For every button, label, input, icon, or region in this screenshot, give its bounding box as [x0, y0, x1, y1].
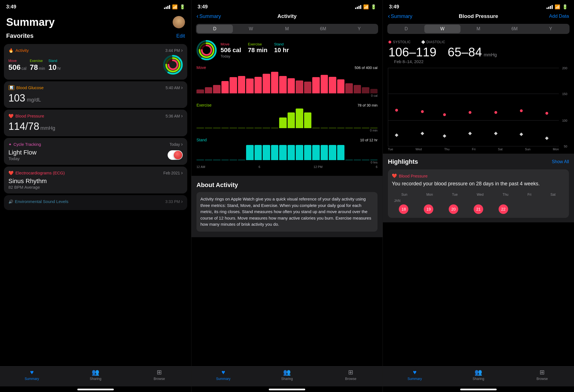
exercise-chart-header: Exercise 78 of 30 min	[196, 103, 378, 107]
highlight-bp-icon: ❤️	[392, 173, 397, 178]
env-sound-card[interactable]: 🔊 Environmental Sound Levels 3:33 PM	[4, 195, 187, 210]
activity-ring-svg	[163, 55, 183, 75]
bp-diastolic-diamond-7	[545, 137, 549, 140]
bp-period-6m[interactable]: 6M	[496, 25, 533, 33]
tab-browse[interactable]: ⊞ Browse	[128, 369, 191, 381]
activity-page-title: Activity	[277, 13, 297, 19]
bp-scroll[interactable]: SYSTOLIC DIASTOLIC 106–119 65–84 mmHg Fe…	[383, 37, 574, 366]
bp-sharing-label: Sharing	[473, 377, 484, 381]
activity-back-button[interactable]: Summary	[196, 13, 221, 19]
grid-line-100: 100	[388, 120, 559, 121]
bp-systolic-dot-5	[494, 111, 497, 114]
bp-diastolic-diamond-3	[443, 134, 446, 138]
bp-tab-summary[interactable]: ♥ Summary	[383, 369, 446, 381]
activity-card[interactable]: 🔥 Activity 3:44 PM Move 506 cal	[4, 44, 187, 80]
period-tab-w[interactable]: W	[233, 25, 269, 33]
bp-period-tabs: D W M 6M Y	[387, 24, 570, 34]
cycle-tracking-card[interactable]: ✦ Cycle Tracking Today Light Flow Today	[4, 138, 187, 165]
period-tab-d[interactable]: D	[197, 25, 233, 33]
bp-period-m[interactable]: M	[460, 25, 497, 33]
move-stat: Move 506 cal Today	[221, 42, 241, 58]
period-tab-m[interactable]: M	[269, 25, 305, 33]
bp-period-d[interactable]: D	[388, 25, 424, 33]
status-time-2: 3:49	[198, 4, 208, 10]
blood-glucose-header: 📊 Blood Glucose 5:40 AM	[8, 85, 183, 91]
about-activity-section: About Activity Activity rings on Apple W…	[191, 176, 383, 237]
mini-cal-days-header: Sun Mon Tue Wed Thu Fri Sat	[392, 193, 565, 197]
cycle-tracking-icon: ✦	[8, 142, 12, 147]
blood-pressure-panel: 3:49 📶 🔋 Summary Blood Pressure Add Data…	[383, 0, 574, 392]
tab-bar: ♥ Summary 👥 Sharing ⊞ Browse	[0, 366, 191, 386]
bp-period-w[interactable]: W	[424, 25, 460, 33]
blood-glucose-card[interactable]: 📊 Blood Glucose 5:40 AM 103 mg/dL	[4, 81, 187, 108]
summary-tab-icon: ♥	[30, 369, 34, 376]
tab-summary[interactable]: ♥ Summary	[0, 369, 64, 381]
cal-day-empty-1: -	[524, 204, 533, 214]
edit-button[interactable]: Edit	[176, 33, 185, 39]
activity-chevron-icon	[181, 47, 183, 53]
bp-diastolic-diamond-2	[420, 132, 424, 135]
blood-glucose-icon: 📊	[8, 85, 15, 90]
bp-back-button[interactable]: Summary	[388, 13, 412, 19]
cycle-tracking-toggle[interactable]	[168, 150, 183, 160]
status-icons-3: 📶 🔋	[547, 4, 568, 10]
bp-tab-browse[interactable]: ⊞ Browse	[510, 369, 574, 381]
tab-sharing[interactable]: 👥 Sharing	[64, 369, 127, 381]
diastolic-label: DIASTOLIC	[422, 40, 445, 44]
cal-day-22: 22	[499, 204, 508, 214]
activity-panel: 3:49 📶 🔋 Summary Activity D W M 6M Y	[191, 0, 383, 392]
bp-sharing-icon: 👥	[475, 369, 482, 376]
blood-pressure-card[interactable]: ❤️ Blood Pressure 5:36 AM 114/78 mmHg	[4, 110, 187, 136]
add-data-button[interactable]: Add Data	[549, 13, 569, 19]
period-tab-6m[interactable]: 6M	[305, 25, 341, 33]
status-bar: 3:49 📶 🔋	[0, 0, 191, 11]
blood-glucose-time: 5:40 AM	[166, 85, 183, 91]
cal-day-19: 19	[424, 204, 433, 214]
ecg-icon: ❤️	[8, 170, 14, 176]
activity-tab-summary[interactable]: ♥ Summary	[191, 369, 255, 381]
activity-scroll[interactable]: Move 506 cal Today Exercise 78 min Stand…	[191, 37, 383, 366]
activity-tab-bar: ♥ Summary 👥 Sharing ⊞ Browse	[191, 366, 383, 386]
highlight-card: ❤️ Blood Pressure You recorded your bloo…	[388, 169, 569, 218]
bp-systolic-dot-7	[545, 112, 548, 115]
env-sound-header: 🔊 Environmental Sound Levels 3:33 PM	[8, 199, 183, 204]
ecg-value: Sinus Rhythm 82 BPM Average	[8, 177, 183, 190]
ecg-time: Feb 2021	[163, 170, 183, 176]
ecg-card[interactable]: ❤️ Electrocardiograms (ECG) Feb 2021 Sin…	[4, 167, 187, 193]
bp-x-axis: Tue Wed Thu Fri Sat Sun Mon	[388, 146, 559, 151]
cal-day-18: 18	[399, 204, 408, 214]
ecg-header: ❤️ Electrocardiograms (ECG) Feb 2021	[8, 170, 183, 176]
activity-icon: 🔥	[8, 48, 14, 53]
bp-date-range: Feb 8–14, 2022	[388, 59, 568, 67]
stand-chart-area: Stand 10 of 12 hr	[191, 135, 383, 174]
cal-day-empty-2: -	[548, 204, 558, 214]
bp-tab-sharing[interactable]: 👥 Sharing	[446, 369, 510, 381]
bp-diastolic-diamond-4	[468, 132, 472, 135]
period-tab-y[interactable]: Y	[341, 25, 377, 33]
activity-nav-bar: Summary Activity	[191, 11, 383, 22]
cards-scroll[interactable]: 🔥 Activity 3:44 PM Move 506 cal	[0, 42, 191, 366]
activity-metrics: Move 506 cal Exercise 78 min	[8, 59, 61, 72]
blood-pressure-chevron-icon	[181, 113, 183, 119]
bp-summary-label: Summary	[408, 377, 422, 381]
avatar[interactable]	[173, 16, 185, 28]
cycle-tracking-header: ✦ Cycle Tracking Today	[8, 141, 183, 147]
mini-calendar: Sun Mon Tue Wed Thu Fri Sat JAN 18 19 20…	[392, 191, 565, 214]
blood-pressure-icon: ❤️	[8, 114, 14, 119]
battery-icon-3: 🔋	[562, 4, 568, 10]
exercise-chart-area: Exercise 78 of 30 min	[191, 101, 383, 135]
activity-tab-browse[interactable]: ⊞ Browse	[319, 369, 383, 381]
activity-summary-row: Move 506 cal Today Exercise 78 min Stand…	[191, 37, 383, 63]
activity-card-title: 🔥 Activity	[8, 48, 29, 53]
activity-card-header: 🔥 Activity 3:44 PM	[8, 47, 183, 53]
activity-summary-icon: ♥	[221, 369, 225, 376]
bp-back-label: Summary	[391, 13, 412, 19]
favorites-row: Favorites Edit	[0, 31, 191, 42]
activity-tab-sharing[interactable]: 👥 Sharing	[255, 369, 319, 381]
show-all-button[interactable]: Show All	[552, 159, 569, 164]
bp-range-values: 106–119 65–84 mmHg	[388, 45, 568, 59]
move-bar-chart	[196, 71, 378, 93]
bp-browse-label: Browse	[536, 377, 548, 381]
cal-day-21: 21	[474, 204, 483, 214]
bp-period-y[interactable]: Y	[533, 25, 569, 33]
